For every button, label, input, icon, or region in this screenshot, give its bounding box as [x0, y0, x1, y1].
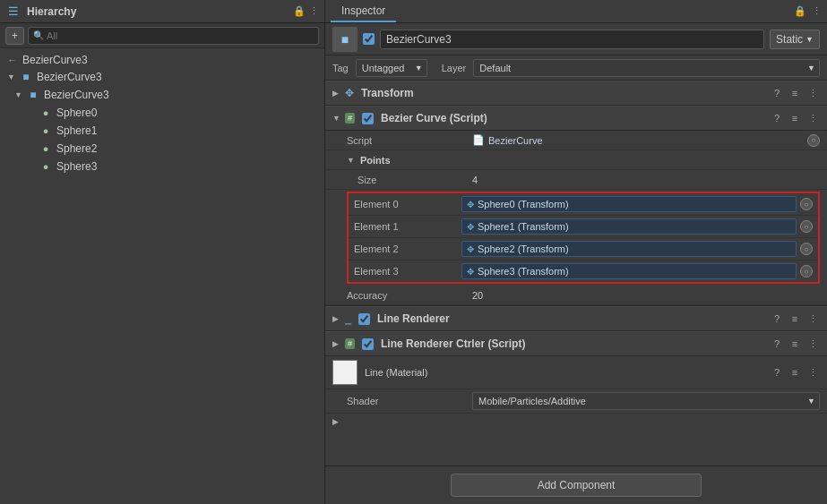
line-renderer-help-icons: ? ≡ ⋮ — [770, 312, 820, 326]
hierarchy-header: ☰ Hierarchy 🔒 ⋮ — [0, 0, 324, 23]
hierarchy-menu-icon[interactable]: ⋮ — [309, 5, 319, 17]
bezier-settings-icon[interactable]: ≡ — [788, 111, 802, 125]
element-3-transform-icon: ✥ — [467, 267, 474, 277]
tree-item-sphere1[interactable]: ▶ ● Sphere1 — [0, 122, 324, 140]
hierarchy-search-input[interactable] — [47, 30, 314, 41]
tree-label-bezier-child: BezierCurve3 — [44, 89, 109, 101]
element-3-select-btn[interactable]: ○ — [800, 265, 813, 278]
bezier-help-icon[interactable]: ? — [770, 111, 784, 125]
search-icon: 🔍 — [33, 30, 44, 40]
script-label: Script — [347, 135, 472, 146]
hierarchy-search-bar[interactable]: 🔍 — [28, 27, 319, 45]
line-renderer-ctrl-icon: # — [345, 338, 355, 349]
shader-row: Shader Mobile/Particles/Additive ▼ — [325, 389, 827, 414]
line-renderer-settings-icon[interactable]: ≡ — [788, 312, 802, 326]
line-renderer-help-icon[interactable]: ? — [770, 312, 784, 326]
sphere-icon-sphere3: ● — [39, 159, 53, 174]
tag-value: Untagged — [362, 63, 405, 73]
line-renderer-ctrl-checkbox[interactable] — [362, 338, 374, 350]
tree-item-bezier-root[interactable]: ▼ ■ BezierCurve3 — [0, 68, 324, 86]
shader-label: Shader — [347, 396, 472, 406]
layer-dropdown[interactable]: Default ▼ — [473, 59, 820, 77]
script-select-btn[interactable]: ○ — [807, 134, 820, 147]
expand-icon[interactable]: ▶ — [332, 417, 339, 426]
line-renderer-header[interactable]: ▶ ⎯ Line Renderer ? ≡ ⋮ — [325, 306, 827, 331]
bezier-script-header[interactable]: ▼ # Bezier Curve (Script) ? ≡ ⋮ — [325, 106, 827, 131]
element-1-label: Element 1 — [354, 221, 461, 232]
line-renderer-ctrl-settings-icon[interactable]: ≡ — [788, 337, 802, 351]
size-prop-row: Size 4 — [325, 170, 827, 190]
transform-settings-icon[interactable]: ≡ — [788, 86, 802, 100]
element-row-1: Element 1 ✥ Sphere1 (Transform) ○ — [349, 216, 818, 238]
hierarchy-title: Hierarchy — [27, 5, 293, 18]
element-1-select-btn[interactable]: ○ — [800, 220, 813, 233]
line-renderer-ctrl-header[interactable]: ▶ # Line Renderer Ctrler (Script) ? ≡ ⋮ — [325, 331, 827, 356]
accuracy-prop-row: Accuracy 20 — [325, 286, 827, 305]
hierarchy-toolbar: + 🔍 — [0, 23, 324, 48]
bezier-context-icon[interactable]: ⋮ — [805, 111, 820, 125]
shader-value: Mobile/Particles/Additive — [478, 396, 586, 406]
points-expand-icon[interactable]: ▼ — [347, 156, 355, 165]
line-renderer-ctrl-context-icon[interactable]: ⋮ — [805, 337, 820, 351]
obj-active-toggle[interactable] — [363, 33, 375, 45]
line-renderer-checkbox[interactable] — [358, 313, 370, 325]
bezier-script-help-icons: ? ≡ ⋮ — [770, 111, 820, 125]
element-3-value[interactable]: ✥ Sphere3 (Transform) — [461, 263, 797, 279]
transform-help-icons: ? ≡ ⋮ — [770, 86, 820, 100]
tag-label: Tag — [332, 63, 349, 73]
tree-expand-bezier-root[interactable]: ▼ — [7, 73, 15, 81]
material-preview[interactable] — [332, 360, 358, 385]
tag-dropdown[interactable]: Untagged ▼ — [356, 59, 427, 77]
inspector-content: ▶ ✥ Transform ? ≡ ⋮ ▼ # Bezier Curve (Sc… — [325, 81, 827, 466]
script-ref[interactable]: 📄 BezierCurve — [472, 134, 543, 146]
accuracy-label: Accuracy — [347, 290, 472, 301]
breadcrumb[interactable]: ← BezierCurve3 — [0, 52, 324, 68]
line-renderer-context-icon[interactable]: ⋮ — [805, 312, 820, 326]
element-2-text: Sphere2 (Transform) — [478, 243, 569, 254]
line-renderer-ctrl-help-icon[interactable]: ? — [770, 337, 784, 351]
transform-component-header[interactable]: ▶ ✥ Transform ? ≡ ⋮ — [325, 81, 827, 106]
transform-context-icon[interactable]: ⋮ — [805, 86, 820, 100]
shader-dropdown-arrow: ▼ — [807, 397, 815, 406]
shader-dropdown[interactable]: Mobile/Particles/Additive ▼ — [472, 392, 820, 410]
tree-item-sphere0[interactable]: ▶ ● Sphere0 — [0, 104, 324, 122]
material-context-icon[interactable]: ⋮ — [805, 365, 820, 380]
bezier-script-icon: # — [345, 113, 355, 124]
tree-label-sphere3: Sphere3 — [56, 160, 97, 173]
material-row: Line (Material) ? ≡ ⋮ — [325, 356, 827, 389]
element-row-2: Element 2 ✥ Sphere2 (Transform) ○ — [349, 238, 818, 261]
add-component-button[interactable]: Add Component — [451, 474, 702, 497]
tab-inspector[interactable]: Inspector — [331, 1, 396, 22]
tree-item-sphere2[interactable]: ▶ ● Sphere2 — [0, 140, 324, 158]
bezier-expand-icon: ▼ — [332, 114, 341, 123]
element-2-transform-icon: ✥ — [467, 244, 474, 254]
material-settings-icon[interactable]: ≡ — [788, 365, 802, 380]
transform-help-icon[interactable]: ? — [770, 86, 784, 100]
element-1-value[interactable]: ✥ Sphere1 (Transform) — [461, 218, 797, 235]
element-2-value[interactable]: ✥ Sphere2 (Transform) — [461, 241, 797, 257]
tree-expand-bezier-child[interactable]: ▼ — [14, 90, 22, 99]
accuracy-number: 20 — [472, 290, 483, 301]
tree-item-bezier-child[interactable]: ▼ ■ BezierCurve3 — [0, 86, 324, 104]
static-button[interactable]: Static ▼ — [770, 30, 820, 49]
lock-icon[interactable]: 🔒 — [293, 5, 306, 17]
material-help-icon[interactable]: ? — [770, 365, 784, 380]
hierarchy-panel: ☰ Hierarchy 🔒 ⋮ + 🔍 ← BezierCurve3 ▼ — [0, 0, 325, 504]
script-prop-row: Script 📄 BezierCurve ○ — [325, 131, 827, 150]
inspector-menu-icon[interactable]: ⋮ — [812, 5, 822, 17]
bezier-script-checkbox[interactable] — [362, 113, 374, 124]
element-3-text: Sphere3 (Transform) — [478, 266, 569, 277]
element-2-select-btn[interactable]: ○ — [800, 243, 813, 255]
add-object-button[interactable]: + — [5, 27, 24, 45]
tree-item-sphere3[interactable]: ▶ ● Sphere3 — [0, 158, 324, 175]
hierarchy-icon: ☰ — [5, 4, 22, 20]
tree-label-sphere1: Sphere1 — [56, 124, 97, 137]
size-value: 4 — [472, 175, 820, 185]
tree-label-bezier-root: BezierCurve3 — [37, 71, 102, 83]
cube-icon-bezier-root: ■ — [19, 70, 33, 84]
inspector-lock-icon[interactable]: 🔒 — [794, 5, 806, 17]
points-label: Points — [360, 155, 391, 166]
element-0-select-btn[interactable]: ○ — [800, 198, 813, 210]
obj-name-field[interactable] — [380, 30, 764, 49]
element-0-value[interactable]: ✥ Sphere0 (Transform) — [461, 196, 797, 212]
